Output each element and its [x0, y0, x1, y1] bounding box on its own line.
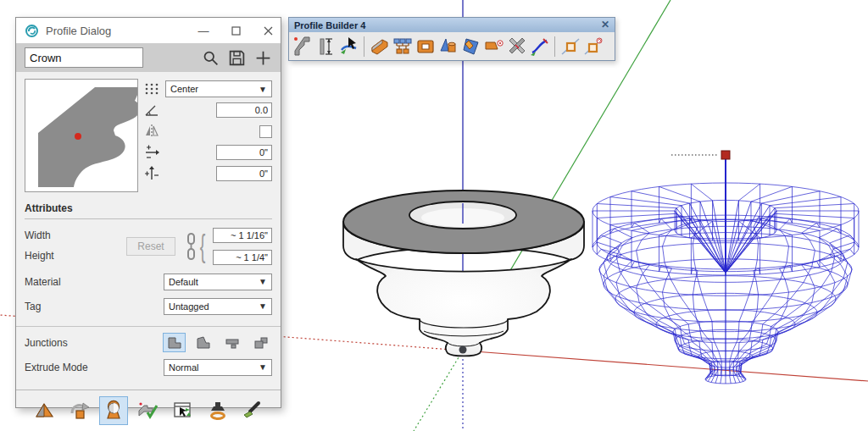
hole-remove-tool-icon — [583, 36, 604, 57]
profile-preview[interactable] — [25, 79, 138, 192]
junction-butt-button[interactable] — [220, 333, 243, 352]
brace-glyph: { — [200, 227, 206, 266]
profile-dialog-button[interactable] — [99, 396, 128, 425]
tag-label: Tag — [25, 301, 164, 312]
anchor-select[interactable]: Center ▼ — [165, 80, 272, 97]
dialog-tools-row — [16, 390, 281, 431]
quantifier-icon — [484, 36, 504, 57]
chevron-down-icon: ▼ — [259, 277, 267, 286]
offset-y-icon — [143, 165, 160, 182]
build-profile-member-icon — [34, 400, 56, 422]
chevron-down-icon: ▼ — [259, 362, 267, 372]
profile-shape — [38, 87, 137, 187]
hollow-profile-button[interactable] — [414, 35, 437, 58]
draw-profile-icon — [293, 36, 314, 57]
height-input[interactable] — [213, 250, 272, 265]
add-profile-icon[interactable] — [254, 49, 272, 67]
chevron-down-icon: ▼ — [259, 85, 267, 94]
material-selected-value: Default — [169, 277, 198, 287]
edit-assembly-button[interactable] — [459, 35, 482, 58]
save-icon[interactable] — [228, 49, 246, 67]
hole-remove-tool-button[interactable] — [581, 35, 604, 58]
extrude-mode-selected-value: Normal — [169, 362, 198, 373]
axis-red-positive — [463, 351, 868, 381]
stamp-icon — [207, 400, 229, 422]
draw-profile-button[interactable] — [292, 35, 314, 58]
search-icon[interactable] — [202, 49, 220, 67]
extrude-along-path-button[interactable] — [65, 396, 94, 425]
edit-assembly-icon — [461, 36, 481, 57]
mirror-checkbox[interactable] — [259, 125, 272, 138]
build-profile-member-button[interactable] — [31, 396, 59, 425]
hole-tool-icon — [560, 36, 581, 57]
anchor-selected-value: Center — [170, 84, 198, 94]
profile-dialog-window: Profile Dialog — — [15, 17, 281, 408]
junction-miter-button[interactable] — [163, 333, 186, 352]
close-icon — [264, 26, 273, 36]
dimension-profile-icon — [316, 36, 337, 57]
path-tool-button[interactable] — [528, 35, 551, 58]
toolbar-title: Profile Builder 4 — [294, 20, 365, 30]
junction-overlap-icon — [253, 336, 270, 350]
size-section: Width Height Reset { — [25, 227, 272, 266]
dimension-profile-button[interactable] — [314, 35, 337, 58]
width-label: Width — [25, 229, 51, 241]
build-profile-member-icon — [370, 36, 390, 57]
hollow-profile-icon — [415, 36, 436, 57]
junctions-label: Junctions — [25, 337, 157, 349]
junction-bevel-icon — [195, 336, 212, 350]
solid-shapes-button[interactable] — [437, 35, 459, 58]
link-dimensions-icon[interactable] — [186, 233, 197, 260]
minimize-icon: — — [198, 25, 209, 37]
toolbar-close-icon[interactable]: ✕ — [601, 20, 609, 30]
profile-name-bar — [16, 43, 281, 72]
maximize-icon — [231, 26, 241, 36]
edit-profile-member-button[interactable] — [134, 396, 163, 425]
profile-dialog-titlebar[interactable]: Profile Dialog — — [16, 18, 281, 43]
reset-button[interactable]: Reset — [126, 237, 175, 256]
extrude-along-path-icon — [69, 400, 91, 422]
junction-miter-icon — [166, 336, 183, 350]
attributes-heading: Attributes — [25, 202, 272, 219]
solid-model[interactable] — [343, 191, 584, 356]
profile-builder-toolbar-titlebar[interactable]: Profile Builder 4 ✕ — [289, 18, 615, 32]
sample-profile-button[interactable] — [237, 396, 266, 425]
stamp-button[interactable] — [203, 396, 232, 425]
tag-select[interactable]: Untagged ▼ — [164, 298, 272, 315]
section-divider — [16, 326, 281, 327]
rotation-input[interactable] — [216, 102, 272, 118]
toolbar-buttons-row — [289, 32, 615, 60]
extrude-handle[interactable] — [721, 151, 730, 159]
toolbar-divider — [364, 36, 364, 57]
select-member-path-button[interactable] — [337, 35, 360, 58]
profile-dialog-icon — [103, 400, 125, 422]
trim-profiles-button[interactable] — [505, 35, 528, 58]
tag-selected-value: Untagged — [169, 301, 209, 312]
junction-overlap-button[interactable] — [249, 333, 272, 352]
origin-point — [459, 346, 467, 354]
offset-x-icon — [143, 144, 160, 161]
edit-member-path-icon — [172, 400, 194, 422]
build-profile-member-button[interactable] — [368, 35, 391, 58]
minimize-button[interactable]: — — [191, 18, 216, 43]
close-button[interactable] — [255, 18, 281, 43]
offset-y-input[interactable] — [216, 166, 272, 181]
profile-name-input[interactable] — [25, 47, 143, 68]
app-icon — [25, 24, 39, 38]
solid-body — [356, 259, 571, 356]
trim-profiles-icon — [507, 36, 527, 57]
profile-assembly-button[interactable] — [391, 35, 414, 58]
junction-bevel-button[interactable] — [192, 333, 214, 352]
hole-tool-button[interactable] — [559, 35, 581, 58]
chevron-down-icon: ▼ — [259, 301, 267, 311]
path-tool-icon — [530, 36, 550, 57]
extrude-mode-label: Extrude Mode — [25, 362, 164, 373]
extrude-mode-select[interactable]: Normal ▼ — [164, 359, 272, 376]
quantifier-button[interactable] — [482, 35, 505, 58]
edit-member-path-button[interactable] — [169, 396, 198, 425]
offset-x-input[interactable] — [216, 145, 272, 160]
material-select[interactable]: Default ▼ — [164, 274, 272, 290]
maximize-button[interactable] — [223, 18, 248, 43]
width-input[interactable] — [213, 228, 272, 243]
profile-builder-toolbar: Profile Builder 4 ✕ — [288, 17, 615, 61]
